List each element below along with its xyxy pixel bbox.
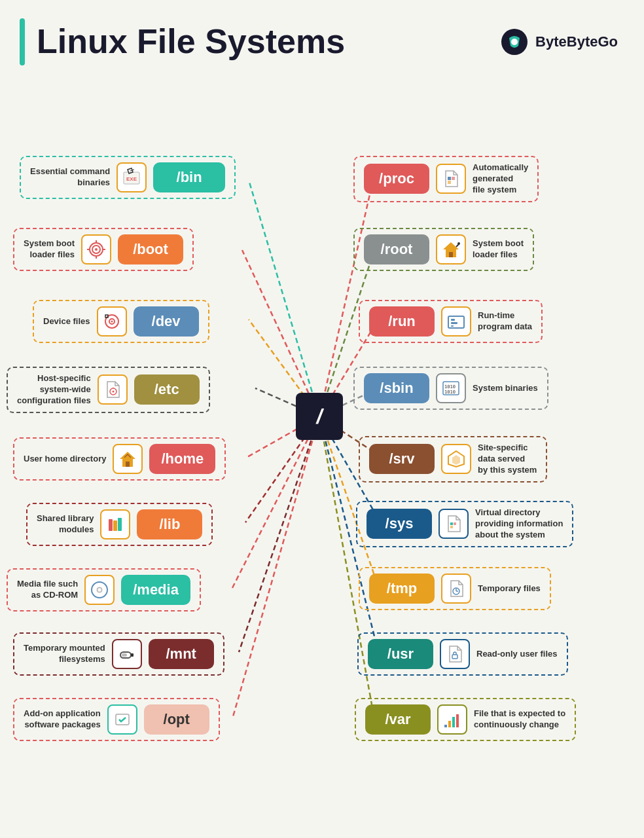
svg-rect-51	[451, 325, 454, 327]
mnt-desc: Temporary mountedfilesystems	[24, 643, 105, 665]
lib-desc: Shared librarymodules	[37, 513, 94, 536]
usr-desc: Read-only user files	[476, 649, 558, 660]
dev-desc: Device files	[43, 316, 90, 327]
sbin-icon: 10101010	[436, 373, 466, 403]
svg-rect-35	[118, 518, 122, 531]
svg-point-31	[112, 391, 114, 393]
svg-line-10	[232, 416, 319, 719]
item-srv: /srv Site-specificdata servedby this sys…	[359, 436, 547, 483]
svg-line-8	[232, 416, 319, 588]
svg-rect-49	[451, 319, 455, 321]
svg-rect-40	[122, 653, 127, 657]
var-desc: File that is expected tocontinuously cha…	[474, 708, 565, 731]
srv-desc: Site-specificdata servedby this system	[478, 443, 537, 476]
svg-marker-56	[452, 455, 460, 465]
title-bar-accent	[20, 18, 25, 65]
svg-rect-32	[126, 462, 130, 467]
svg-point-1	[511, 39, 518, 45]
svg-point-47	[457, 242, 460, 245]
logo-icon	[500, 27, 529, 56]
dev-label: /dev	[134, 306, 199, 337]
svg-point-38	[98, 589, 101, 591]
etc-desc: Host-specificsystem-wideconfiguration fi…	[17, 373, 91, 407]
header: Linux File Systems ByteByteGo	[0, 0, 644, 72]
svg-rect-50	[451, 322, 457, 324]
svg-rect-28	[105, 315, 108, 318]
svg-line-3	[242, 250, 319, 416]
opt-label: /opt	[144, 704, 209, 735]
boot-label: /boot	[118, 234, 183, 264]
tmp-desc: Temporary files	[478, 583, 541, 594]
svg-rect-63	[452, 655, 457, 659]
etc-icon	[98, 374, 128, 405]
lib-label: /lib	[137, 509, 202, 539]
proc-label: /proc	[364, 164, 429, 194]
diagram: / Essential commandbinaries EXE /bin Sys…	[0, 79, 644, 838]
svg-rect-41	[131, 653, 134, 657]
item-mnt: Temporary mountedfilesystems /mnt	[13, 632, 224, 676]
sbin-label: /sbin	[364, 373, 429, 403]
bin-label: /bin	[153, 162, 225, 192]
root-label: /root	[364, 234, 429, 264]
center-node: /	[296, 393, 343, 440]
usr-icon	[440, 639, 470, 669]
svg-line-9	[239, 416, 319, 652]
root-desc: System bootloader files	[473, 238, 524, 261]
srv-icon	[441, 444, 471, 474]
logo-text: ByteByteGo	[535, 33, 618, 50]
svg-point-27	[111, 321, 113, 323]
item-dev: Device files /dev	[33, 300, 209, 343]
home-icon	[113, 444, 143, 474]
item-opt: Add-on applicationsoftware packages /opt	[13, 698, 220, 741]
etc-label: /etc	[134, 374, 200, 405]
svg-text:1010: 1010	[444, 390, 456, 395]
opt-icon	[107, 704, 137, 735]
item-proc: /proc Automaticallygeneratedfile system	[353, 156, 539, 202]
item-sys: /sys Virtual directoryproviding informat…	[356, 501, 573, 547]
item-lib: Shared librarymodules /lib	[26, 503, 213, 546]
root-icon	[436, 234, 466, 264]
proc-icon	[436, 164, 466, 194]
run-desc: Run-timeprogram data	[478, 310, 532, 333]
svg-rect-59	[450, 526, 453, 528]
item-var: /var File that is expected tocontinuousl…	[355, 698, 576, 741]
svg-rect-57	[450, 522, 453, 525]
item-media: Media file suchas CD-ROM /media	[7, 568, 201, 611]
sys-desc: Virtual directoryproviding informationab…	[475, 507, 563, 541]
item-usr: /usr Read-only user files	[357, 632, 568, 676]
item-sbin: /sbin 10101010 System binaries	[353, 367, 548, 410]
lib-icon	[100, 509, 130, 539]
dev-icon	[97, 306, 127, 337]
sys-label: /sys	[367, 509, 432, 539]
boot-icon	[81, 234, 111, 264]
svg-line-2	[249, 180, 319, 416]
page-title: Linux File Systems	[37, 23, 345, 60]
svg-rect-34	[113, 520, 117, 531]
media-icon	[84, 575, 115, 605]
bin-icon: EXE	[116, 162, 147, 192]
run-icon	[441, 306, 471, 337]
media-desc: Media file suchas CD-ROM	[17, 579, 78, 601]
item-bin: Essential commandbinaries EXE /bin	[20, 156, 236, 199]
logo: ByteByteGo	[500, 27, 618, 56]
srv-label: /srv	[369, 444, 435, 474]
run-label: /run	[369, 306, 435, 337]
var-label: /var	[365, 704, 431, 735]
svg-text:EXE: EXE	[126, 176, 137, 182]
svg-rect-44	[452, 177, 455, 180]
tmp-label: /tmp	[369, 574, 435, 604]
sys-icon	[438, 509, 469, 539]
home-desc: User home directory	[24, 454, 106, 465]
svg-point-24	[95, 248, 98, 251]
media-label: /media	[121, 575, 190, 605]
bin-desc: Essential commandbinaries	[30, 166, 110, 189]
item-boot: System bootloader files /boot	[13, 228, 194, 271]
boot-desc: System bootloader files	[24, 238, 75, 261]
mnt-icon	[112, 639, 142, 669]
tmp-icon	[441, 574, 471, 604]
svg-rect-33	[109, 519, 113, 531]
mnt-label: /mnt	[149, 639, 214, 669]
svg-rect-43	[448, 177, 451, 180]
proc-desc: Automaticallygeneratedfile system	[473, 162, 528, 196]
item-tmp: /tmp Temporary files	[359, 567, 551, 610]
